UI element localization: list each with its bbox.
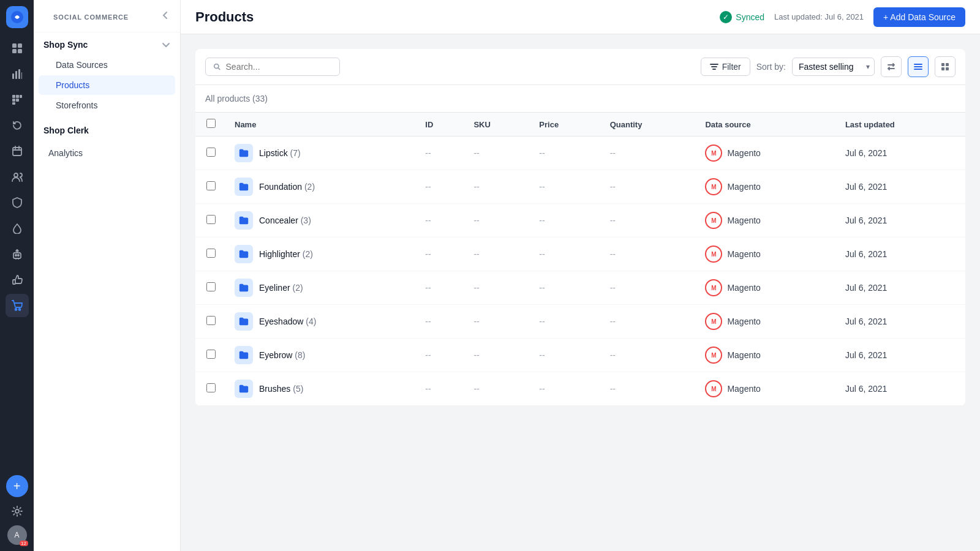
list-view-button[interactable] bbox=[908, 56, 929, 77]
row-checkbox-cell bbox=[195, 271, 226, 305]
row-checkbox[interactable] bbox=[206, 249, 216, 258]
robot-icon[interactable] bbox=[6, 242, 29, 266]
analytics-icon[interactable] bbox=[6, 62, 29, 86]
row-product-name[interactable]: Eyeshadow (4) bbox=[259, 317, 316, 326]
magento-logo: M bbox=[705, 279, 722, 296]
thumbsup-icon[interactable] bbox=[6, 268, 29, 291]
users-icon[interactable] bbox=[6, 165, 29, 189]
row-checkbox[interactable] bbox=[206, 282, 216, 291]
sidebar-item-products[interactable]: Products bbox=[39, 75, 175, 95]
svg-rect-21 bbox=[13, 280, 15, 284]
settings-icon[interactable] bbox=[6, 500, 29, 523]
row-product-name[interactable]: Foundation (2) bbox=[259, 182, 315, 192]
row-quantity-cell: -- bbox=[601, 305, 697, 339]
row-source-cell: M Magento bbox=[696, 271, 837, 305]
row-updated-cell: Jul 6, 2021 bbox=[837, 238, 965, 271]
avatar[interactable]: A 12 bbox=[7, 525, 27, 545]
grid-icon bbox=[941, 62, 949, 71]
row-name-cell: Eyeliner (2) bbox=[226, 271, 417, 305]
svg-rect-13 bbox=[16, 99, 19, 102]
top-bar-right: ✓ Synced Last updated: Jul 6, 2021 + Add… bbox=[720, 7, 965, 27]
svg-rect-7 bbox=[18, 69, 20, 79]
table-row: Concealer (3) -- -- -- -- M Magento Jul … bbox=[195, 204, 965, 238]
row-product-name[interactable]: Eyeliner (2) bbox=[259, 283, 303, 293]
drops-icon[interactable] bbox=[6, 217, 29, 240]
folder-icon bbox=[235, 380, 253, 398]
last-updated: Last updated: Jul 6, 2021 bbox=[774, 12, 864, 21]
row-id-cell: -- bbox=[417, 137, 465, 170]
search-input[interactable] bbox=[226, 62, 332, 72]
collapse-icon[interactable] bbox=[160, 10, 170, 22]
grid-view-button[interactable] bbox=[935, 56, 956, 77]
row-updated-cell: Jul 6, 2021 bbox=[837, 204, 965, 238]
sidebar-item-analytics[interactable]: Analytics bbox=[39, 143, 175, 163]
row-updated-cell: Jul 6, 2021 bbox=[837, 271, 965, 305]
row-checkbox[interactable] bbox=[206, 181, 216, 190]
sidebar-item-storefronts[interactable]: Storefronts bbox=[39, 96, 175, 115]
row-price-cell: -- bbox=[530, 271, 601, 305]
row-updated-cell: Jul 6, 2021 bbox=[837, 305, 965, 339]
row-id-cell: -- bbox=[417, 305, 465, 339]
svg-rect-6 bbox=[15, 71, 17, 79]
row-product-name[interactable]: Lipstick (7) bbox=[259, 148, 301, 158]
sync-icon: ✓ bbox=[720, 11, 732, 23]
svg-rect-12 bbox=[12, 99, 15, 102]
left-nav: SOCIAL COMMERCE Shop Sync Data Sources P… bbox=[34, 0, 181, 551]
all-products-label: All products (33) bbox=[195, 85, 965, 113]
app-logo[interactable] bbox=[6, 6, 28, 28]
svg-rect-29 bbox=[946, 67, 949, 70]
svg-rect-9 bbox=[12, 95, 15, 98]
folder-icon bbox=[235, 279, 253, 297]
add-data-source-button[interactable]: + Add Data Source bbox=[873, 7, 965, 27]
cart-icon[interactable] bbox=[6, 294, 29, 317]
row-source-cell: M Magento bbox=[696, 204, 837, 238]
svg-rect-5 bbox=[12, 73, 14, 79]
row-checkbox[interactable] bbox=[206, 350, 216, 359]
row-price-cell: -- bbox=[530, 204, 601, 238]
id-col-header: ID bbox=[417, 113, 465, 137]
bottom-icons: + A 12 bbox=[6, 473, 29, 545]
row-product-name[interactable]: Concealer (3) bbox=[259, 216, 311, 225]
products-table: Name ID SKU Price Quantity Data source L… bbox=[195, 113, 965, 406]
left-nav-header: SOCIAL COMMERCE bbox=[34, 0, 180, 32]
shop-sync-title[interactable]: Shop Sync bbox=[34, 35, 180, 54]
row-id-cell: -- bbox=[417, 204, 465, 238]
row-checkbox[interactable] bbox=[206, 383, 216, 392]
folder-icon bbox=[235, 211, 253, 230]
row-checkbox[interactable] bbox=[206, 316, 216, 325]
magento-logo: M bbox=[705, 178, 722, 195]
row-updated-cell: Jul 6, 2021 bbox=[837, 137, 965, 170]
shop-clerk-group: Shop Clerk bbox=[34, 118, 180, 143]
shop-clerk-title[interactable]: Shop Clerk bbox=[34, 121, 180, 140]
row-checkbox[interactable] bbox=[206, 148, 216, 157]
dashboard-icon[interactable] bbox=[6, 37, 29, 60]
swap-sort-button[interactable] bbox=[881, 56, 902, 77]
svg-rect-26 bbox=[941, 63, 944, 66]
row-quantity-cell: -- bbox=[601, 170, 697, 204]
top-bar: Products ✓ Synced Last updated: Jul 6, 2… bbox=[181, 0, 980, 34]
filter-button[interactable]: Filter bbox=[701, 58, 750, 76]
icon-sidebar: + A 12 bbox=[0, 0, 34, 551]
sidebar-item-data-sources[interactable]: Data Sources bbox=[39, 55, 175, 75]
row-name-cell: Concealer (3) bbox=[226, 204, 417, 238]
search-box[interactable] bbox=[205, 58, 340, 76]
row-name-cell: Brushes (5) bbox=[226, 372, 417, 406]
svg-rect-1 bbox=[12, 43, 17, 48]
folder-icon bbox=[235, 245, 253, 263]
svg-rect-15 bbox=[13, 148, 21, 156]
magento-logo: M bbox=[705, 212, 722, 229]
grid-icon[interactable] bbox=[6, 88, 29, 111]
row-checkbox[interactable] bbox=[206, 215, 216, 224]
refresh-icon[interactable] bbox=[6, 114, 29, 137]
calendar-icon[interactable] bbox=[6, 140, 29, 163]
plus-button[interactable]: + bbox=[6, 475, 28, 497]
magento-logo: M bbox=[705, 347, 722, 364]
select-all-checkbox[interactable] bbox=[206, 119, 216, 128]
row-price-cell: -- bbox=[530, 170, 601, 204]
row-product-name[interactable]: Brushes (5) bbox=[259, 384, 303, 394]
row-product-name[interactable]: Highlighter (2) bbox=[259, 249, 313, 259]
shield-icon[interactable] bbox=[6, 191, 29, 214]
sort-select[interactable]: Fastest selling Name A-Z Name Z-A Price … bbox=[792, 58, 875, 76]
row-source-cell: M Magento bbox=[696, 137, 837, 170]
row-product-name[interactable]: Eyebrow (8) bbox=[259, 350, 305, 360]
